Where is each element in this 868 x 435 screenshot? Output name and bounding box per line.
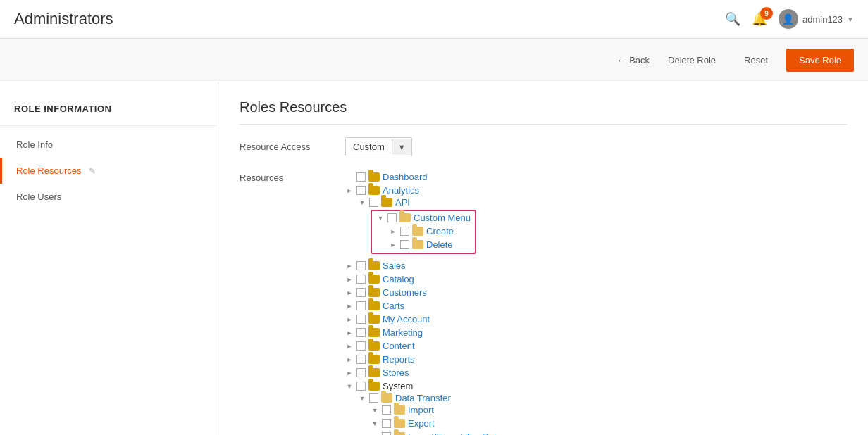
select-arrow-button[interactable]: ▼ [392,139,411,155]
list-item: ► Dashboard [345,170,506,184]
resource-access-row: Resource Access Custom ▼ [240,137,847,156]
checkbox-icon[interactable] [382,432,391,435]
checkbox-icon[interactable] [356,368,366,377]
tree-toggle[interactable]: ▼ [371,406,379,415]
tree-toggle[interactable]: ▼ [345,382,354,391]
checkbox-icon[interactable] [356,288,366,297]
checkbox-icon[interactable] [369,198,378,207]
edit-icon: ✎ [89,166,96,176]
folder-icon [368,368,380,377]
tree-node-label: Data Transfer [395,393,451,403]
header-icons: 🔍 🔔 9 👤 admin123 ▼ [725,9,854,29]
tree-toggle[interactable]: ► [389,241,397,249]
tree-toggle[interactable]: ► [345,342,354,351]
checkbox-icon[interactable] [369,393,378,403]
tree-node-label: Stores [383,367,409,378]
folder-icon [368,261,380,270]
resources-row: Resources ► Dashboard [240,170,847,435]
folder-icon [368,355,380,364]
folder-icon [368,275,380,284]
tree-toggle[interactable]: ► [345,329,354,337]
resources-tree: ► Dashboard ► Analytics [345,170,506,435]
tree-toggle[interactable]: ► [345,302,354,310]
sidebar-item-role-resources[interactable]: Role Resources ✎ [0,158,218,184]
checkbox-icon[interactable] [382,419,391,428]
tree-toggle[interactable]: ▼ [371,420,379,428]
list-item: ▼ System ▼ [345,379,506,435]
checkbox-icon[interactable] [356,315,366,324]
header: Administrators 🔍 🔔 9 👤 admin123 ▼ [0,0,868,39]
tree-toggle[interactable]: ▼ [371,433,379,436]
checkbox-icon[interactable] [356,275,366,284]
sidebar: ROLE INFORMATION Role Info Role Resource… [0,82,218,435]
folder-icon [412,227,423,236]
list-item: ▼ Custom Menu [371,208,506,256]
checkbox-icon[interactable] [356,341,366,351]
back-button[interactable]: ← Back [616,55,650,65]
tree-node-label: Sales [383,260,406,271]
checkbox-icon[interactable] [356,328,366,337]
tree-toggle[interactable]: ► [345,315,354,324]
checkbox-icon[interactable] [356,382,366,391]
tree-node-label: System [383,381,413,391]
tree-toggle[interactable]: ► [345,369,354,377]
checkbox-icon[interactable] [388,213,397,222]
sidebar-section-title: ROLE INFORMATION [0,96,218,126]
checkbox-icon[interactable] [382,405,391,415]
delete-role-button[interactable]: Delete Role [658,49,726,71]
tree-node-label: My Account [383,314,430,324]
list-item: ► Catalog [345,272,506,286]
tree-node-label: Customers [383,287,427,298]
tree-toggle[interactable]: ► [345,187,354,195]
folder-icon [394,432,405,435]
tree-toggle[interactable]: ► [389,227,397,236]
checkbox-icon[interactable] [356,186,366,195]
checkbox-icon[interactable] [400,240,409,249]
tree-toggle[interactable]: ► [345,355,354,364]
folder-icon [412,240,423,249]
tree-toggle[interactable]: ► [345,275,354,284]
list-item: ► Sales [345,259,506,272]
list-item: ► My Account [345,313,506,326]
checkbox-icon[interactable] [356,261,366,270]
tree-node-label: Marketing [383,327,423,338]
avatar: 👤 [779,9,798,29]
list-item: ► Create [389,225,471,238]
tree-toggle[interactable]: ► [345,262,354,270]
sidebar-item-role-info[interactable]: Role Info [0,132,218,158]
sidebar-label-role-info: Role Info [16,139,53,150]
tree-toggle[interactable]: ▼ [358,394,366,403]
search-icon[interactable]: 🔍 [725,11,740,27]
folder-icon [394,419,405,428]
resources-label: Resources [240,170,331,183]
tree-node-label: API [395,197,410,208]
checkbox-icon[interactable] [400,227,409,236]
list-item: ► Delete [389,238,471,251]
sidebar-label-role-users: Role Users [16,191,61,202]
reset-button[interactable]: Reset [734,49,778,71]
list-item: ► Customers [345,286,506,299]
tree-node-label: Catalog [383,274,414,284]
chevron-down-icon: ▼ [847,15,854,23]
tree-node-label: Import/Export Tax Rates [408,431,506,435]
tree-toggle[interactable]: ▼ [358,198,366,207]
folder-icon [381,198,392,207]
checkbox-icon[interactable] [356,301,366,310]
page-title: Administrators [14,10,113,28]
tree-toggle[interactable]: ► [345,289,354,297]
checkbox-icon[interactable] [356,355,366,364]
list-item: ▼ Data Transfer ▼ [358,391,506,435]
sidebar-item-role-users[interactable]: Role Users [0,184,218,210]
save-role-button[interactable]: Save Role [786,49,854,72]
checkbox-icon[interactable] [356,172,366,182]
tree-toggle[interactable]: ▼ [376,214,385,222]
notification-bell[interactable]: 🔔 9 [752,11,767,27]
resource-access-value: Custom [346,138,392,156]
folder-icon [368,328,380,337]
resource-access-select[interactable]: Custom ▼ [345,137,412,156]
tree-node-label: Import [408,405,434,415]
user-menu[interactable]: 👤 admin123 ▼ [779,9,854,29]
back-arrow-icon: ← [616,55,626,65]
tree-node-label: Carts [383,301,404,311]
list-item: ► Marketing [345,326,506,339]
